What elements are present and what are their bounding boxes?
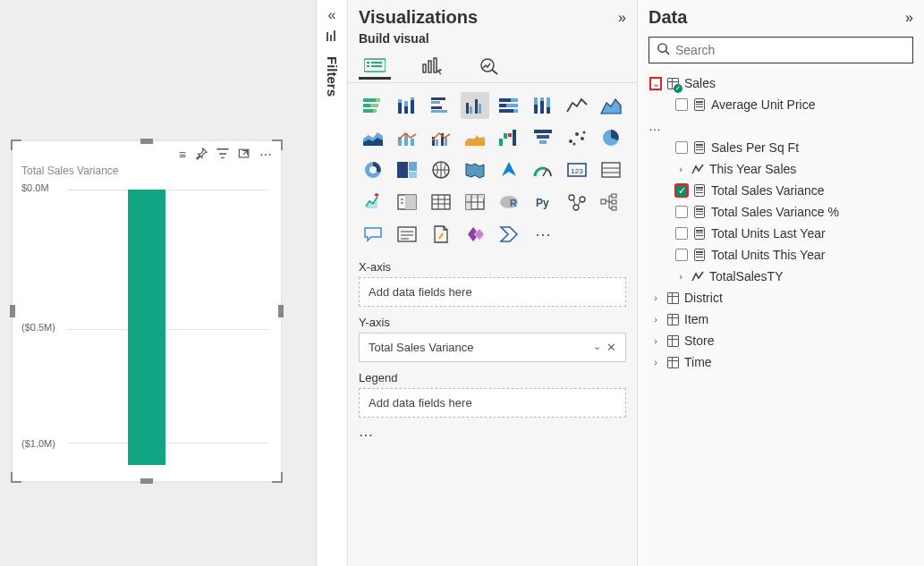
field-node[interactable]: Total Sales Variance % bbox=[648, 201, 913, 223]
table-node[interactable]: ›Item bbox=[648, 308, 913, 330]
viz-donut[interactable] bbox=[359, 156, 387, 183]
field-checkbox[interactable]: ✓ bbox=[675, 184, 688, 197]
more-options-icon[interactable]: ⋯ bbox=[259, 148, 272, 161]
field-checkbox[interactable] bbox=[675, 227, 688, 240]
table-node[interactable]: ›District bbox=[648, 287, 913, 308]
collapse-viz-pane-icon[interactable]: » bbox=[618, 10, 626, 26]
viz-map[interactable] bbox=[427, 156, 455, 183]
expand-table-icon[interactable]: ⌄ bbox=[650, 78, 661, 89]
viz-line-stacked-column[interactable] bbox=[393, 124, 421, 151]
resize-handle-tl[interactable] bbox=[11, 139, 21, 150]
viz-slicer[interactable] bbox=[393, 189, 421, 215]
visual-selection[interactable]: ≡ ⋯ Total Sales Variance $0.0M ($0.5M) (… bbox=[13, 141, 281, 481]
yaxis-field-well[interactable]: Total Sales Variance ⌄ ✕ bbox=[359, 333, 626, 362]
expand-filters-icon[interactable]: « bbox=[328, 7, 336, 23]
expand-field-icon[interactable]: › bbox=[675, 164, 686, 174]
expand-table-icon[interactable]: › bbox=[650, 357, 661, 367]
viz-stacked-bar[interactable] bbox=[359, 92, 387, 119]
field-node[interactable]: Average Unit Price bbox=[648, 94, 913, 115]
viz-multi-row-card[interactable] bbox=[597, 156, 625, 183]
viz-card[interactable]: 123 bbox=[563, 156, 591, 183]
search-input[interactable] bbox=[675, 43, 905, 57]
field-node[interactable]: ✓Total Sales Variance bbox=[648, 180, 913, 201]
pin-icon[interactable] bbox=[195, 148, 208, 162]
viz-smart-narrative[interactable] bbox=[393, 221, 421, 248]
resize-handle-tr[interactable] bbox=[272, 139, 283, 150]
viz-power-automate[interactable] bbox=[495, 221, 523, 248]
table-label: Store bbox=[684, 334, 714, 348]
expand-table-icon[interactable]: › bbox=[650, 335, 661, 346]
viz-area[interactable] bbox=[597, 92, 625, 119]
viz-qna[interactable] bbox=[359, 221, 387, 248]
viz-py-visual[interactable]: Py bbox=[529, 189, 557, 215]
viz-stacked-area[interactable] bbox=[359, 124, 387, 151]
table-node[interactable]: ›Time bbox=[648, 351, 913, 373]
resize-handle-br[interactable] bbox=[272, 472, 283, 483]
legend-field-well[interactable]: Add data fields here bbox=[359, 388, 626, 418]
viz-100-stacked-column[interactable] bbox=[529, 92, 557, 119]
expand-table-icon[interactable]: › bbox=[650, 314, 661, 325]
report-canvas[interactable]: ≡ ⋯ Total Sales Variance $0.0M ($0.5M) (… bbox=[0, 0, 316, 566]
tab-build-visual[interactable] bbox=[359, 53, 391, 80]
viz-line-clustered-column[interactable] bbox=[427, 124, 455, 151]
filters-pane-collapsed[interactable]: « Filters bbox=[316, 0, 348, 566]
viz-key-influencers[interactable] bbox=[563, 189, 591, 215]
viz-decomposition-tree[interactable] bbox=[597, 189, 625, 215]
more-field-wells[interactable]: ⋯ bbox=[359, 427, 626, 444]
viz-paginated-report[interactable] bbox=[427, 221, 455, 248]
viz-kpi[interactable] bbox=[359, 189, 387, 215]
resize-handle-bl[interactable] bbox=[11, 472, 21, 483]
chart-title: Total Sales Variance bbox=[21, 165, 272, 177]
expand-field-icon[interactable]: › bbox=[675, 271, 686, 282]
drag-handle-icon[interactable]: ≡ bbox=[179, 148, 186, 161]
viz-table[interactable] bbox=[427, 189, 455, 215]
viz-matrix[interactable] bbox=[461, 189, 489, 215]
viz-line[interactable] bbox=[563, 92, 591, 119]
viz-clustered-column[interactable] bbox=[461, 92, 489, 119]
table-node[interactable]: ›Store bbox=[648, 330, 913, 351]
field-node[interactable]: Total Units This Year bbox=[648, 244, 913, 266]
resize-handle-top[interactable] bbox=[140, 139, 153, 144]
chart-bar[interactable] bbox=[128, 190, 165, 465]
viz-pie[interactable] bbox=[597, 124, 625, 151]
viz-clustered-bar[interactable] bbox=[427, 92, 455, 119]
yaxis-field-pill[interactable]: Total Sales Variance bbox=[369, 341, 474, 354]
resize-handle-bottom[interactable] bbox=[140, 478, 153, 484]
collapse-data-pane-icon[interactable]: » bbox=[905, 10, 913, 26]
viz-100-stacked-bar[interactable] bbox=[495, 92, 523, 119]
viz-waterfall[interactable] bbox=[495, 124, 523, 151]
field-node[interactable]: ›TotalSalesTY bbox=[648, 266, 913, 287]
table-node[interactable]: ⌄✓Sales bbox=[648, 72, 913, 94]
field-checkbox[interactable] bbox=[675, 98, 688, 111]
viz-filled-map[interactable] bbox=[461, 156, 489, 183]
field-checkbox[interactable] bbox=[675, 206, 688, 218]
field-node[interactable]: ›This Year Sales bbox=[648, 158, 913, 180]
chevron-down-icon[interactable]: ⌄ bbox=[593, 341, 601, 354]
column-chart-visual[interactable]: ≡ ⋯ Total Sales Variance $0.0M ($0.5M) (… bbox=[13, 141, 281, 481]
viz-scatter[interactable] bbox=[563, 124, 591, 151]
viz-gauge[interactable] bbox=[529, 156, 557, 183]
xaxis-field-well[interactable]: Add data fields here bbox=[359, 277, 626, 307]
field-checkbox[interactable] bbox=[675, 249, 688, 261]
field-node[interactable]: Total Units Last Year bbox=[648, 223, 913, 244]
expand-table-icon[interactable]: › bbox=[650, 292, 661, 303]
resize-handle-left[interactable] bbox=[10, 305, 15, 317]
field-checkbox[interactable] bbox=[675, 141, 688, 154]
viz-r-visual[interactable]: R bbox=[495, 189, 523, 215]
field-node[interactable]: Sales Per Sq Ft bbox=[648, 137, 913, 158]
viz-stacked-column[interactable] bbox=[393, 92, 421, 119]
viz-treemap[interactable] bbox=[393, 156, 421, 183]
tab-format-visual[interactable] bbox=[416, 53, 448, 80]
filter-icon[interactable] bbox=[216, 148, 229, 162]
tab-analytics[interactable] bbox=[473, 53, 505, 80]
remove-field-icon[interactable]: ✕ bbox=[606, 341, 616, 354]
viz-funnel[interactable] bbox=[529, 124, 557, 151]
fields-search-box[interactable] bbox=[648, 37, 913, 63]
viz-azure-map[interactable] bbox=[495, 156, 523, 183]
svg-rect-56 bbox=[534, 130, 552, 133]
focus-mode-icon[interactable] bbox=[238, 148, 250, 162]
viz-get-more-visuals[interactable]: ⋯ bbox=[529, 221, 557, 248]
viz-ribbon[interactable] bbox=[461, 124, 489, 151]
resize-handle-right[interactable] bbox=[278, 305, 284, 317]
viz-power-apps[interactable] bbox=[461, 221, 489, 248]
